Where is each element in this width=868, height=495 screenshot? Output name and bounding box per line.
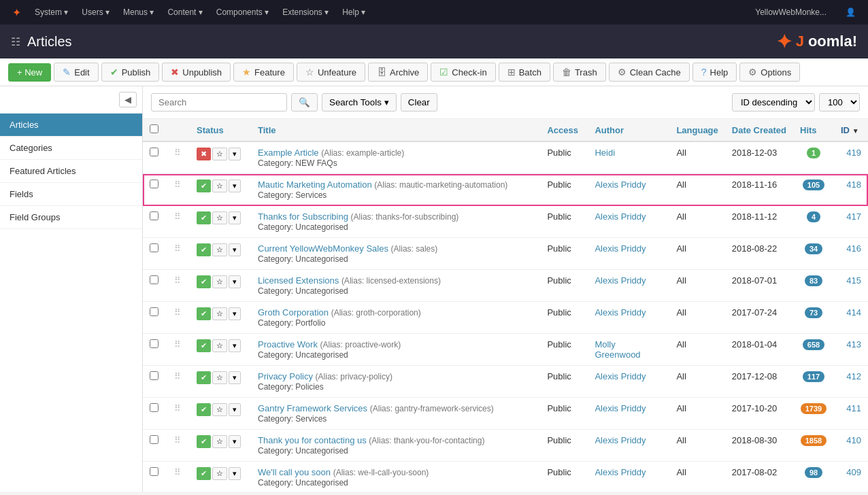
col-author[interactable]: Author (588, 119, 669, 141)
id-link[interactable]: 419 (846, 148, 861, 158)
row-checkbox-cell[interactable] (143, 398, 165, 430)
status-published-btn[interactable]: ✔ (197, 435, 211, 448)
star-btn[interactable]: ☆ (212, 275, 227, 288)
star-btn[interactable]: ☆ (212, 211, 227, 224)
author-link[interactable]: Alexis Priddy (595, 435, 646, 445)
more-btn[interactable]: ▾ (229, 275, 241, 288)
archive-button[interactable]: 🗄 Archive (368, 63, 428, 82)
sidebar-item-articles[interactable]: Articles (0, 114, 142, 137)
row-checkbox[interactable] (150, 148, 158, 156)
status-published-btn[interactable]: ✔ (197, 307, 211, 320)
more-btn[interactable]: ▾ (229, 467, 241, 480)
more-btn[interactable]: ▾ (229, 339, 241, 352)
article-title-link[interactable]: We'll call you soon (258, 467, 331, 477)
sidebar-item-field-groups[interactable]: Field Groups (0, 206, 142, 229)
star-btn[interactable]: ☆ (212, 435, 227, 448)
col-checkbox[interactable] (143, 119, 165, 141)
col-status[interactable]: Status (190, 119, 251, 141)
row-checkbox[interactable] (150, 307, 158, 316)
drag-handle-icon[interactable]: ⠿ (172, 211, 183, 222)
col-date-created[interactable]: Date Created (725, 119, 793, 141)
search-tools-button[interactable]: Search Tools ▾ (322, 93, 397, 112)
star-btn[interactable]: ☆ (212, 180, 227, 192)
unpublish-button[interactable]: ✖ Unpublish (162, 63, 231, 82)
search-input[interactable] (151, 93, 287, 112)
author-link[interactable]: Alexis Priddy (595, 307, 646, 318)
id-link[interactable]: 415 (846, 275, 861, 286)
row-checkbox[interactable] (150, 467, 158, 476)
article-title-link[interactable]: Thanks for Subscribing (258, 211, 348, 222)
row-checkbox[interactable] (150, 180, 158, 188)
status-published-btn[interactable]: ✔ (197, 211, 211, 224)
nav-help[interactable]: Help ▾ (337, 0, 371, 24)
row-checkbox-cell[interactable] (143, 174, 165, 206)
row-checkbox-cell[interactable] (143, 430, 165, 462)
nav-users[interactable]: Users ▾ (76, 0, 115, 24)
publish-button[interactable]: ✔ Publish (101, 63, 160, 82)
star-btn[interactable]: ☆ (212, 243, 227, 256)
more-btn[interactable]: ▾ (229, 435, 241, 448)
id-link[interactable]: 414 (846, 307, 861, 318)
status-published-btn[interactable]: ✔ (197, 339, 211, 352)
status-published-btn[interactable]: ✔ (197, 243, 211, 256)
id-link[interactable]: 412 (846, 371, 861, 381)
col-language[interactable]: Language (669, 119, 724, 141)
author-link[interactable]: Heidi (595, 148, 615, 158)
author-link[interactable]: Molly Greenwood (595, 339, 640, 360)
user-icon[interactable]: 👤 (840, 0, 861, 24)
drag-handle-icon[interactable]: ⠿ (172, 307, 183, 318)
checkin-button[interactable]: ☑ Check-in (431, 63, 495, 82)
more-btn[interactable]: ▾ (229, 180, 241, 192)
id-link[interactable]: 410 (846, 435, 861, 445)
search-submit-button[interactable]: 🔍 (291, 93, 318, 112)
drag-handle-icon[interactable]: ⠿ (172, 467, 183, 477)
star-btn[interactable]: ☆ (212, 307, 227, 320)
status-published-btn[interactable]: ✔ (197, 403, 211, 416)
id-link[interactable]: 413 (846, 339, 861, 349)
status-published-btn[interactable]: ✔ (197, 371, 211, 384)
article-title-link[interactable]: Licensed Extensions (258, 275, 339, 286)
author-link[interactable]: Alexis Priddy (595, 403, 646, 413)
star-btn[interactable]: ☆ (212, 148, 227, 160)
row-checkbox-cell[interactable] (143, 334, 165, 366)
row-checkbox-cell[interactable] (143, 462, 165, 492)
nav-components[interactable]: Components ▾ (211, 0, 274, 24)
status-published-btn[interactable]: ✔ (197, 275, 211, 288)
article-title-link[interactable]: Groth Corporation (258, 307, 329, 318)
joomla-logo-nav[interactable]: ✦ (7, 0, 27, 24)
nav-content[interactable]: Content ▾ (162, 0, 207, 24)
id-link[interactable]: 417 (846, 211, 861, 222)
nav-menus[interactable]: Menus ▾ (118, 0, 159, 24)
status-unpublished-btn[interactable]: ✖ (197, 148, 211, 160)
drag-handle-icon[interactable]: ⠿ (172, 243, 183, 254)
row-checkbox-cell[interactable] (143, 366, 165, 398)
user-site-link[interactable]: YellowWebMonke... (750, 0, 832, 24)
drag-handle-icon[interactable]: ⠿ (172, 435, 183, 445)
clear-button[interactable]: Clear (401, 93, 437, 112)
row-checkbox[interactable] (150, 211, 158, 220)
drag-handle-icon[interactable]: ⠿ (172, 180, 183, 190)
status-published-btn[interactable]: ✔ (197, 467, 211, 480)
more-btn[interactable]: ▾ (229, 403, 241, 416)
row-checkbox-cell[interactable] (143, 206, 165, 238)
author-link[interactable]: Alexis Priddy (595, 180, 646, 190)
status-published-btn[interactable]: ✔ (197, 180, 211, 192)
article-title-link[interactable]: Thank you for contacting us (258, 435, 367, 445)
author-link[interactable]: Alexis Priddy (595, 371, 646, 381)
col-title[interactable]: Title (251, 119, 540, 141)
row-checkbox-cell[interactable] (143, 238, 165, 270)
nav-system[interactable]: System ▾ (29, 0, 73, 24)
per-page-select[interactable]: 100 (819, 93, 860, 112)
id-link[interactable]: 418 (846, 180, 861, 190)
options-button[interactable]: ⚙ Options (739, 63, 800, 82)
more-btn[interactable]: ▾ (229, 371, 241, 384)
batch-button[interactable]: ⊞ Batch (499, 63, 550, 82)
article-title-link[interactable]: Proactive Work (258, 339, 318, 349)
drag-handle-icon[interactable]: ⠿ (172, 403, 183, 413)
col-id[interactable]: ID ▼ (834, 119, 868, 141)
star-btn[interactable]: ☆ (212, 403, 227, 416)
article-title-link[interactable]: Example Article (258, 148, 319, 158)
sidebar-toggle-button[interactable]: ◀ (119, 92, 137, 107)
article-title-link[interactable]: Current YellowWebMonkey Sales (258, 243, 388, 254)
unfeature-button[interactable]: ☆ Unfeature (297, 63, 365, 82)
